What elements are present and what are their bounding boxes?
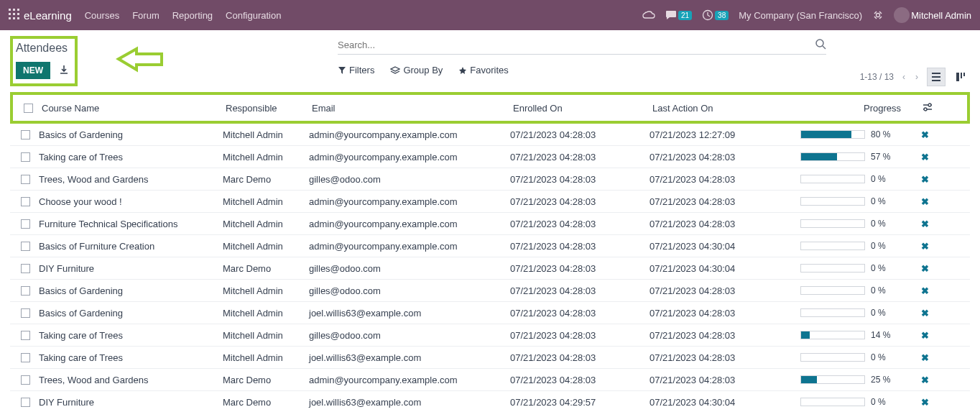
cell-enrolled: 07/21/2023 04:28:03 — [510, 174, 650, 185]
row-checkbox[interactable] — [21, 331, 30, 340]
cell-lastaction: 07/21/2023 04:30:04 — [650, 397, 789, 408]
delete-icon[interactable]: ✖ — [921, 241, 929, 252]
list-view-button[interactable] — [927, 68, 946, 86]
username: Mitchell Admin — [911, 10, 971, 21]
nav-forum[interactable]: Forum — [132, 10, 160, 21]
table-row[interactable]: Taking care of TreesMitchell Admingilles… — [10, 324, 970, 347]
progress-text: 25 % — [871, 375, 898, 385]
row-checkbox[interactable] — [21, 197, 30, 206]
row-checkbox[interactable] — [21, 264, 30, 273]
table-row[interactable]: Furniture Technical SpecificationsMitche… — [10, 213, 970, 235]
cell-course: Trees, Wood and Gardens — [36, 375, 223, 385]
col-settings-icon[interactable] — [914, 102, 941, 114]
groupby-button[interactable]: Group By — [390, 65, 443, 75]
row-checkbox[interactable] — [21, 242, 30, 251]
table-row[interactable]: Taking care of TreesMitchell Adminadmin@… — [10, 146, 970, 168]
company-switcher[interactable]: My Company (San Francisco) — [739, 10, 862, 21]
cell-enrolled: 07/21/2023 04:28:03 — [510, 196, 650, 207]
delete-icon[interactable]: ✖ — [921, 330, 929, 341]
chat-icon[interactable]: 21 — [665, 10, 692, 20]
svg-rect-13 — [961, 73, 962, 78]
delete-icon[interactable]: ✖ — [921, 263, 929, 274]
progress-bar — [800, 197, 865, 206]
apps-menu[interactable]: eLearning — [9, 9, 72, 22]
delete-icon[interactable]: ✖ — [921, 196, 929, 207]
user-menu[interactable]: Mitchell Admin — [894, 7, 971, 23]
cell-enrolled: 07/21/2023 04:28:03 — [510, 375, 650, 385]
cell-enrolled: 07/21/2023 04:28:03 — [510, 152, 650, 162]
pager-next[interactable]: › — [914, 72, 920, 82]
delete-icon[interactable]: ✖ — [921, 375, 929, 385]
col-course[interactable]: Course Name — [39, 103, 226, 114]
cell-responsible: Mitchell Admin — [223, 152, 309, 162]
svg-rect-6 — [9, 17, 11, 19]
delete-icon[interactable]: ✖ — [921, 219, 929, 229]
select-all-checkbox[interactable] — [24, 104, 33, 113]
cloud-icon[interactable] — [642, 10, 655, 20]
svg-rect-2 — [17, 9, 19, 11]
table-row[interactable]: Basics of Furniture CreationMitchell Adm… — [10, 235, 970, 257]
cell-responsible: Marc Demo — [223, 375, 309, 385]
row-checkbox[interactable] — [21, 286, 30, 296]
table-row[interactable]: Trees, Wood and GardensMarc Demoadmin@yo… — [10, 369, 970, 391]
search-box[interactable] — [338, 36, 826, 55]
row-checkbox[interactable] — [21, 353, 30, 362]
progress-text: 57 % — [871, 152, 898, 162]
row-checkbox[interactable] — [21, 152, 30, 162]
row-checkbox[interactable] — [21, 375, 30, 385]
nav-reporting[interactable]: Reporting — [172, 10, 213, 21]
row-checkbox[interactable] — [21, 398, 30, 407]
svg-point-15 — [928, 104, 931, 106]
delete-icon[interactable]: ✖ — [921, 152, 929, 162]
cell-email: admin@yourcompany.example.com — [309, 219, 510, 229]
new-button[interactable]: NEW — [16, 62, 50, 79]
kanban-view-button[interactable] — [951, 68, 970, 86]
debug-icon[interactable] — [872, 9, 884, 21]
table-row[interactable]: Choose your wood !Mitchell Adminadmin@yo… — [10, 191, 970, 213]
pager-prev[interactable]: ‹ — [901, 72, 907, 82]
table-row[interactable]: Trees, Wood and GardensMarc Demogilles@o… — [10, 168, 970, 191]
cell-progress: 0 % — [789, 308, 911, 318]
nav-courses[interactable]: Courses — [85, 10, 119, 21]
progress-text: 0 % — [871, 308, 898, 318]
cell-email: joel.willis63@example.com — [309, 352, 510, 363]
cell-enrolled: 07/21/2023 04:29:57 — [510, 397, 650, 408]
download-icon[interactable] — [59, 65, 69, 77]
col-progress[interactable]: Progress — [792, 103, 914, 114]
nav-configuration[interactable]: Configuration — [226, 10, 281, 21]
progress-text: 0 % — [871, 285, 898, 296]
row-checkbox[interactable] — [21, 219, 30, 229]
col-lastaction[interactable]: Last Action On — [652, 103, 792, 114]
cell-email: gilles@odoo.com — [309, 174, 510, 185]
table-row[interactable]: DIY FurnitureMarc Demogilles@odoo.com07/… — [10, 257, 970, 280]
cell-enrolled: 07/21/2023 04:28:03 — [510, 241, 650, 252]
activity-icon[interactable]: 38 — [702, 9, 729, 21]
delete-icon[interactable]: ✖ — [921, 129, 929, 140]
table-row[interactable]: DIY FurnitureMarc Demojoel.willis63@exam… — [10, 391, 970, 412]
row-checkbox[interactable] — [21, 130, 30, 139]
search-icon[interactable] — [815, 38, 826, 52]
col-email[interactable]: Email — [312, 103, 513, 114]
col-responsible[interactable]: Responsible — [226, 103, 312, 114]
table-header: Course Name Responsible Email Enrolled O… — [10, 92, 970, 124]
search-input[interactable] — [338, 40, 815, 50]
delete-icon[interactable]: ✖ — [921, 352, 929, 363]
row-checkbox[interactable] — [21, 308, 30, 318]
progress-text: 0 % — [871, 263, 898, 273]
delete-icon[interactable]: ✖ — [921, 397, 929, 408]
table-row[interactable]: Basics of GardeningMitchell Admingilles@… — [10, 280, 970, 302]
delete-icon[interactable]: ✖ — [921, 285, 929, 296]
table-row[interactable]: Basics of GardeningMitchell Adminjoel.wi… — [10, 302, 970, 324]
filters-button[interactable]: Filters — [338, 65, 374, 75]
progress-text: 0 % — [871, 397, 898, 407]
table-row[interactable]: Taking care of TreesMitchell Adminjoel.w… — [10, 347, 970, 369]
col-enrolled[interactable]: Enrolled On — [513, 103, 652, 114]
favorites-button[interactable]: Favorites — [458, 65, 508, 75]
table-row[interactable]: Basics of GardeningMitchell Adminadmin@y… — [10, 124, 970, 146]
delete-icon[interactable]: ✖ — [921, 174, 929, 185]
cell-course: Basics of Gardening — [36, 285, 223, 296]
topbar-right: 21 38 My Company (San Francisco) Mitchel… — [642, 7, 971, 23]
row-checkbox[interactable] — [21, 175, 30, 184]
delete-icon[interactable]: ✖ — [921, 308, 929, 319]
layers-icon — [390, 66, 400, 75]
